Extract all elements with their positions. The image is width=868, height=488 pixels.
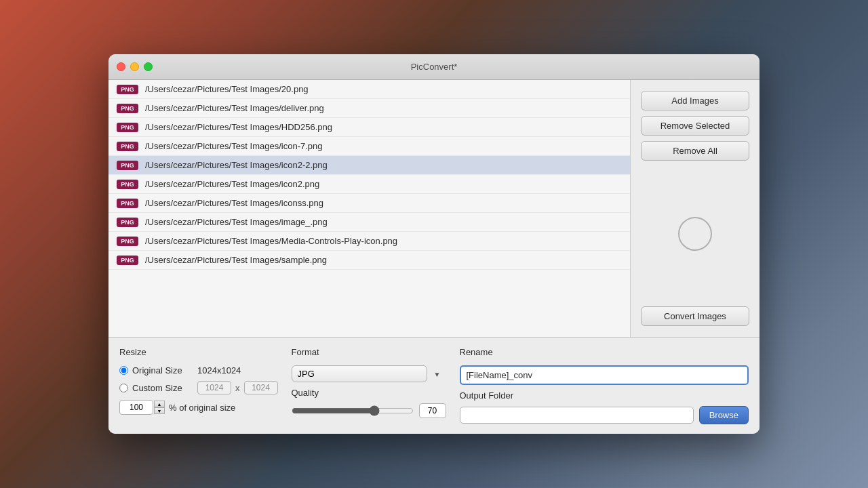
maximize-button[interactable] [144,62,153,71]
percent-row: ▲ ▼ % of original size [119,400,278,415]
main-content: PNG/Users/cezar/Pictures/Test Images/20.… [108,80,760,337]
file-path: /Users/cezar/Pictures/Test Images/icon2-… [145,160,328,170]
minimize-button[interactable] [130,62,139,71]
file-list-item[interactable]: PNG/Users/cezar/Pictures/Test Images/ico… [108,156,630,175]
quality-value-input[interactable] [419,403,446,418]
original-size-label: Original Size [132,365,193,375]
output-row: Browse [460,406,749,424]
resize-label: Resize [119,347,278,357]
output-folder-label: Output Folder [460,390,749,401]
file-path: /Users/cezar/Pictures/Test Images/20.png [145,84,309,94]
right-panel: Add Images Remove Selected Remove All Co… [631,80,760,337]
custom-size-label: Custom Size [132,383,193,393]
quality-slider[interactable] [292,405,414,416]
add-images-button[interactable]: Add Images [641,91,749,110]
rename-input[interactable] [460,365,749,385]
main-window: PicConvert* PNG/Users/cezar/Pictures/Tes… [108,54,760,434]
file-list-item[interactable]: PNG/Users/cezar/Pictures/Test Images/20.… [108,80,630,99]
format-select-wrap: JPG PNG TIFF BMP GIF ▼ [292,365,446,382]
format-section: Format JPG PNG TIFF BMP GIF ▼ Quality [292,347,446,418]
close-button[interactable] [117,62,125,71]
custom-size-row: Custom Size x [119,381,278,394]
progress-indicator [678,217,712,251]
file-path: /Users/cezar/Pictures/Test Images/sample… [145,255,327,265]
original-size-value: 1024x1024 [197,365,241,375]
custom-size-radio[interactable] [119,384,128,392]
format-select[interactable]: JPG PNG TIFF BMP GIF [292,365,427,382]
png-badge: PNG [117,142,138,151]
custom-height-input[interactable] [244,381,278,394]
original-size-row: Original Size 1024x1024 [119,365,278,375]
window-title: PicConvert* [411,62,458,72]
file-list-item[interactable]: PNG/Users/cezar/Pictures/Test Images/ico… [108,194,630,213]
file-list-item[interactable]: PNG/Users/cezar/Pictures/Test Images/sam… [108,251,630,270]
panel-spacer [678,166,712,301]
file-path: /Users/cezar/Pictures/Test Images/icon2.… [145,179,319,189]
percent-label: % of original size [169,403,235,413]
percent-input[interactable] [119,400,153,415]
quality-row [292,403,446,418]
file-path: /Users/cezar/Pictures/Test Images/iconss… [145,198,323,208]
browse-button[interactable]: Browse [699,406,749,424]
file-path: /Users/cezar/Pictures/Test Images/image_… [145,217,328,227]
remove-selected-button[interactable]: Remove Selected [641,116,749,136]
traffic-lights [117,62,153,71]
png-badge: PNG [117,123,138,132]
percent-stepper: ▲ ▼ [154,401,165,414]
file-path: /Users/cezar/Pictures/Test Images/icon-7… [145,141,323,151]
file-list-item[interactable]: PNG/Users/cezar/Pictures/Test Images/Med… [108,232,630,251]
bottom-panel: Resize Original Size 1024x1024 Custom Si… [108,337,760,434]
title-bar: PicConvert* [108,54,760,80]
file-list-item[interactable]: PNG/Users/cezar/Pictures/Test Images/ima… [108,213,630,232]
png-badge: PNG [117,104,138,113]
png-badge: PNG [117,85,138,94]
file-list[interactable]: PNG/Users/cezar/Pictures/Test Images/20.… [108,80,631,337]
rename-label: Rename [460,347,749,357]
png-badge: PNG [117,237,138,246]
custom-width-input[interactable] [197,381,231,394]
output-folder-input[interactable] [460,407,694,424]
png-badge: PNG [117,256,138,265]
percent-up-button[interactable]: ▲ [154,401,165,407]
resize-section: Resize Original Size 1024x1024 Custom Si… [119,347,278,415]
rename-output-section: Rename Output Folder Browse [460,347,749,424]
file-path: /Users/cezar/Pictures/Test Images/HDD256… [145,122,332,132]
file-list-item[interactable]: PNG/Users/cezar/Pictures/Test Images/ico… [108,175,630,194]
png-badge: PNG [117,199,138,208]
convert-images-button[interactable]: Convert Images [641,306,749,326]
select-arrow-icon: ▼ [434,370,441,378]
original-size-radio[interactable] [119,366,128,375]
file-list-item[interactable]: PNG/Users/cezar/Pictures/Test Images/ico… [108,137,630,156]
quality-label: Quality [292,388,446,398]
percent-down-button[interactable]: ▼ [154,407,165,414]
remove-all-button[interactable]: Remove All [641,141,749,161]
file-path: /Users/cezar/Pictures/Test Images/Media-… [145,236,397,246]
x-separator: x [235,383,240,393]
png-badge: PNG [117,218,138,227]
format-label: Format [292,347,446,357]
png-badge: PNG [117,161,138,170]
file-list-item[interactable]: PNG/Users/cezar/Pictures/Test Images/HDD… [108,118,630,137]
percent-input-wrap: ▲ ▼ [119,400,165,415]
file-list-item[interactable]: PNG/Users/cezar/Pictures/Test Images/del… [108,99,630,118]
file-path: /Users/cezar/Pictures/Test Images/delive… [145,103,324,113]
png-badge: PNG [117,180,138,189]
